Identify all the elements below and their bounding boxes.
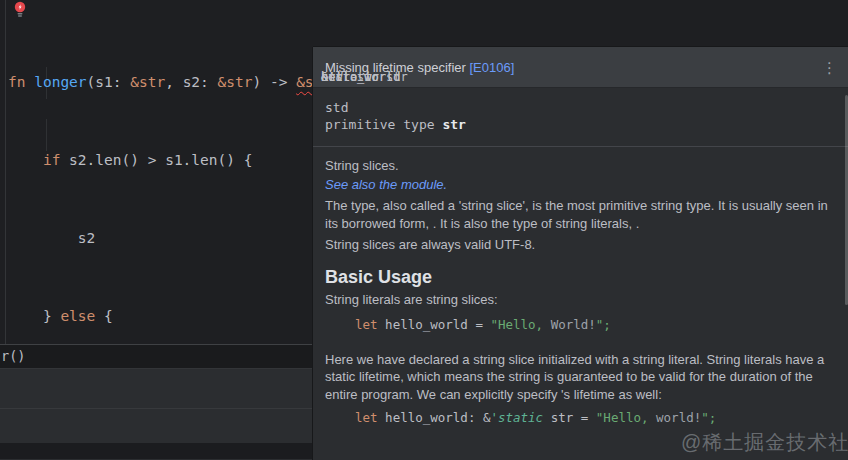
doc-code-block: let hello_world = "Hello, World!"; bbox=[355, 317, 836, 333]
panel-row bbox=[0, 409, 313, 443]
doc-paragraph: String slices. bbox=[325, 157, 836, 174]
code-line[interactable]: } else { bbox=[8, 303, 349, 329]
doc-code-block: let hello_world: &'static str = "Hello, … bbox=[355, 410, 836, 426]
doc-paragraph: String literals are string slices: bbox=[325, 291, 836, 308]
doc-heading: Basic Usage bbox=[325, 266, 836, 288]
gutter-border bbox=[5, 0, 6, 344]
more-actions-icon[interactable]: ⋮ bbox=[817, 56, 842, 79]
doc-paragraph: Here we have declared a string slice ini… bbox=[325, 351, 836, 404]
see-also-link[interactable]: See also the std::str module. bbox=[325, 176, 836, 193]
error-lightbulb-icon[interactable] bbox=[13, 1, 27, 18]
code-line[interactable]: fn longer(s1: &str, s2: &str) -> &str { bbox=[8, 69, 349, 95]
panel-row bbox=[0, 369, 313, 409]
panel-footer bbox=[0, 443, 313, 459]
symbol-signature: std primitive type str bbox=[313, 88, 848, 147]
doc-paragraph: The str type, also called a 'string slic… bbox=[325, 197, 836, 232]
bottom-panel: r() bbox=[0, 344, 313, 460]
completion-item[interactable]: r() bbox=[0, 345, 313, 369]
error-code-link[interactable]: [E0106] bbox=[470, 60, 515, 75]
documentation-popup: Missing lifetime specifier [E0106] ⋮ std… bbox=[313, 47, 848, 460]
signature-module: std bbox=[325, 99, 836, 116]
code-line[interactable]: s2 bbox=[8, 225, 349, 251]
signature-type: primitive type str bbox=[325, 116, 836, 133]
doc-paragraph: String slices are always valid UTF-8. bbox=[325, 236, 836, 254]
doc-content: String slices. See also the std::str mod… bbox=[313, 147, 848, 426]
code-line[interactable]: if s2.len() > s1.len() { bbox=[8, 147, 349, 173]
code-editor[interactable]: fn longer(s1: &str, s2: &str) -> &str { … bbox=[0, 0, 313, 344]
ide-window: fn longer(s1: &str, s2: &str) -> &str { … bbox=[0, 0, 848, 460]
